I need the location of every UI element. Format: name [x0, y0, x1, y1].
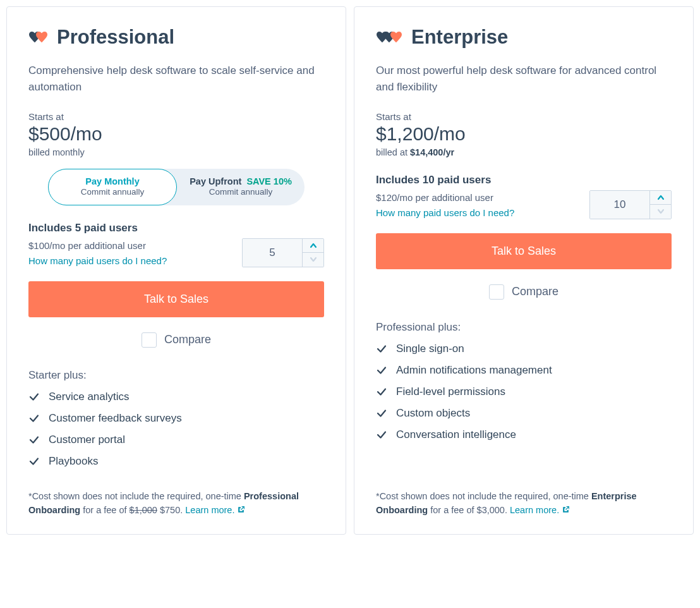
checkmark-icon: [28, 413, 40, 424]
feature-item: Admin notifications management: [376, 364, 672, 377]
plan-title: Enterprise: [411, 26, 508, 49]
feature-item: Single sign-on: [376, 343, 672, 355]
checkmark-icon: [28, 434, 40, 446]
external-link-icon: [562, 505, 570, 515]
starts-at-label: Starts at: [376, 111, 672, 122]
feature-item: Service analytics: [28, 391, 324, 403]
includes-users: Includes 10 paid users: [376, 174, 672, 186]
features-heading: Professional plus:: [376, 321, 672, 334]
pricing-card: ProfessionalComprehensive help desk soft…: [6, 6, 346, 535]
per-user-price: $100/mo per additional user: [28, 238, 167, 253]
talk-to-sales-button[interactable]: Talk to Sales: [376, 233, 672, 269]
feature-item: Customer portal: [28, 434, 324, 446]
stepper-down-button[interactable]: [303, 252, 323, 267]
how-many-users-link[interactable]: How many paid users do I need?: [376, 205, 514, 221]
starts-at-label: Starts at: [28, 111, 324, 122]
checkmark-icon: [28, 456, 40, 467]
per-user-price: $120/mo per additional user: [376, 190, 514, 205]
how-many-users-link[interactable]: How many paid users do I need?: [28, 253, 167, 269]
plan-price: $500/mo: [28, 123, 324, 145]
user-count-stepper: 10: [589, 190, 672, 219]
plan-description: Comprehensive help desk software to scal…: [28, 63, 324, 96]
tier-hearts-icon: [28, 32, 48, 43]
features-heading: Starter plus:: [28, 369, 324, 382]
compare-label: Compare: [512, 285, 558, 298]
includes-users: Includes 5 paid users: [28, 222, 324, 234]
feature-item: Conversation intelligence: [376, 429, 672, 441]
compare-checkbox[interactable]: [142, 332, 157, 348]
checkmark-icon: [376, 386, 387, 398]
feature-item: Custom objects: [376, 407, 672, 420]
plan-description: Our most powerful help desk software for…: [376, 63, 672, 96]
stepper-value: 10: [590, 191, 649, 219]
stepper-down-button[interactable]: [650, 204, 671, 219]
stepper-up-button[interactable]: [303, 239, 323, 253]
checkmark-icon: [376, 343, 387, 355]
learn-more-link[interactable]: Learn more.: [510, 505, 570, 515]
pay-upfront-option[interactable]: Pay Upfront SAVE 10%Commit annually: [177, 169, 305, 205]
feature-item: Playbooks: [28, 455, 324, 468]
onboarding-footnote: *Cost shown does not include the require…: [28, 477, 324, 518]
billed-text: billed at $14,400/yr: [376, 147, 672, 157]
talk-to-sales-button[interactable]: Talk to Sales: [28, 281, 324, 317]
stepper-value: 5: [243, 239, 302, 267]
learn-more-link[interactable]: Learn more.: [185, 505, 245, 515]
compare-checkbox[interactable]: [489, 284, 504, 300]
onboarding-footnote: *Cost shown does not include the require…: [376, 477, 672, 518]
billed-text: billed monthly: [28, 147, 324, 157]
pay-monthly-option[interactable]: Pay MonthlyCommit annually: [48, 169, 177, 205]
plan-price: $1,200/mo: [376, 123, 672, 145]
stepper-up-button[interactable]: [650, 191, 671, 205]
external-link-icon: [237, 505, 245, 515]
checkmark-icon: [376, 408, 387, 419]
compare-label: Compare: [164, 333, 211, 346]
checkmark-icon: [376, 365, 387, 376]
plan-title: Professional: [57, 26, 174, 49]
feature-item: Customer feedback surveys: [28, 412, 324, 425]
user-count-stepper: 5: [242, 238, 324, 267]
feature-item: Field-level permissions: [376, 386, 672, 398]
checkmark-icon: [376, 429, 387, 441]
tier-hearts-icon: [376, 32, 402, 43]
billing-toggle: Pay MonthlyCommit annuallyPay Upfront SA…: [48, 169, 305, 205]
checkmark-icon: [28, 391, 40, 403]
pricing-card: EnterpriseOur most powerful help desk so…: [354, 6, 694, 535]
